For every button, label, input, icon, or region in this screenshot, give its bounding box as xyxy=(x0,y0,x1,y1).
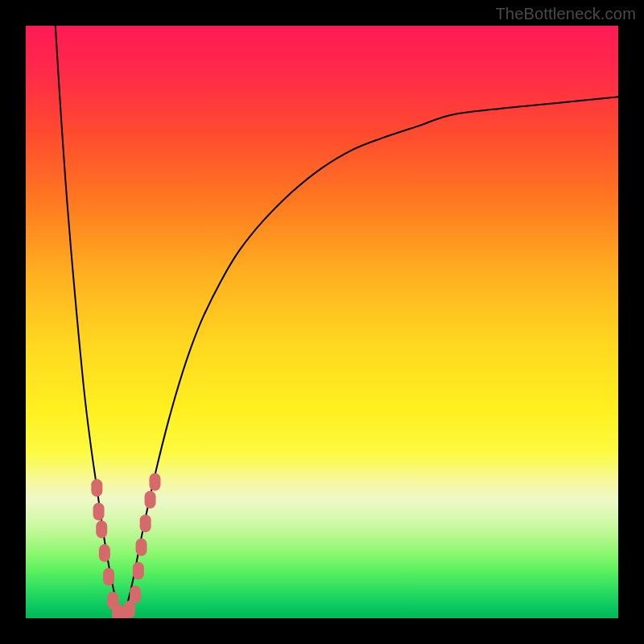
data-point xyxy=(140,514,151,532)
data-point xyxy=(91,479,102,497)
chart-frame: TheBottleneck.com xyxy=(0,0,644,644)
data-points-group xyxy=(91,473,160,618)
data-point xyxy=(130,586,141,604)
chart-overlay xyxy=(26,26,618,618)
data-point xyxy=(96,521,107,539)
data-point xyxy=(145,491,156,509)
data-point xyxy=(149,473,160,491)
data-point xyxy=(136,539,147,556)
data-point xyxy=(93,503,105,521)
data-point xyxy=(133,562,144,580)
data-point xyxy=(99,544,110,562)
bottleneck-curve xyxy=(56,26,618,618)
data-point xyxy=(103,568,114,585)
watermark: TheBottleneck.com xyxy=(495,5,636,23)
data-point xyxy=(124,601,135,618)
